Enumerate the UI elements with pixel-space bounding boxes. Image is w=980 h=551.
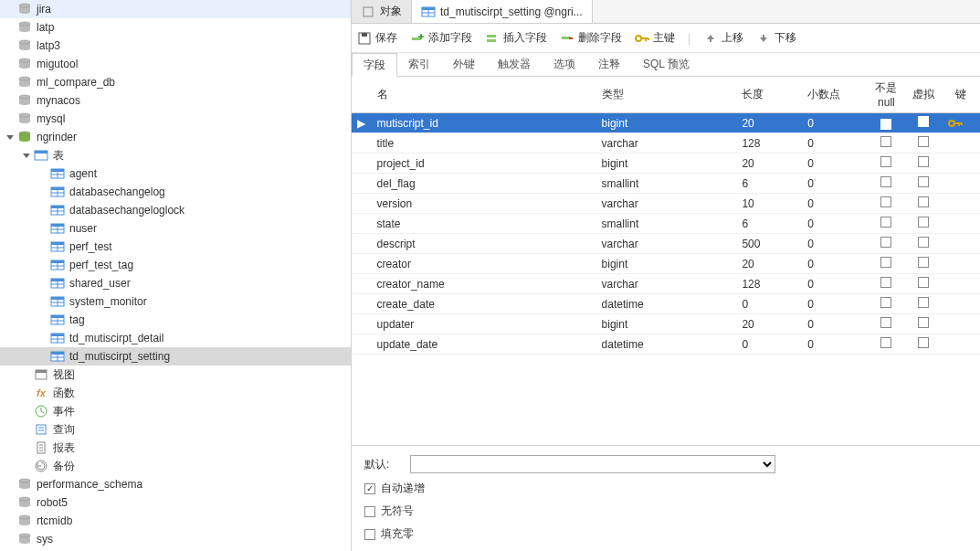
field-row[interactable]: create_date datetime 0 0 [352,294,980,314]
tree-node-table[interactable]: perf_test [0,238,351,256]
tree-node-db[interactable]: sys [0,530,351,548]
subtab-5[interactable]: 注释 [587,53,632,76]
cell-length[interactable]: 6 [736,174,802,194]
cell-type[interactable]: varchar [596,234,737,254]
unsigned-row[interactable]: 无符号 [364,503,967,519]
cell-type[interactable]: bigint [596,113,737,133]
virtual-checkbox[interactable] [918,257,929,268]
cell-name[interactable]: state [372,214,596,234]
database-tree[interactable]: jira latp latp3 migutool ml_compare_db m [0,0,352,551]
cell-length[interactable]: 0 [736,294,802,314]
cell-decimal[interactable]: 0 [802,113,868,133]
key-cell[interactable] [943,314,980,334]
editor-tab[interactable]: td_mutiscirpt_setting @ngri... [412,0,593,23]
cell-name[interactable]: mutiscript_id [372,113,596,133]
auto-increment-row[interactable]: 自动递增 [364,481,967,496]
unsigned-checkbox[interactable] [364,506,375,517]
notnull-checkbox[interactable] [880,176,891,187]
tree-node-table[interactable]: tag [0,311,351,329]
col-notnull[interactable]: 不是 null [868,77,905,113]
tree-node-table[interactable]: td_mutiscirpt_setting [0,347,351,366]
primary-key-button[interactable]: 主键 [635,30,675,46]
subtab-1[interactable]: 索引 [397,53,442,76]
tree-node-table[interactable]: databasechangeloglock [0,201,351,219]
virtual-checkbox[interactable] [918,317,929,328]
cell-decimal[interactable]: 0 [802,154,868,174]
virtual-checkbox[interactable] [918,297,929,308]
cell-decimal[interactable]: 0 [802,314,868,334]
tree-node-db[interactable]: mynacos [0,91,351,110]
cell-type[interactable]: bigint [596,154,737,174]
tree-node-folder-tables[interactable]: 表 [0,146,351,164]
cell-name[interactable]: create_date [372,294,596,314]
cell-decimal[interactable]: 0 [802,294,868,314]
cell-length[interactable]: 20 [736,154,802,174]
tree-toggle-icon[interactable] [20,150,31,161]
cell-length[interactable]: 0 [736,334,802,355]
cell-length[interactable]: 6 [736,214,802,234]
auto-increment-checkbox[interactable] [364,483,375,494]
key-cell[interactable] [943,194,980,214]
virtual-checkbox[interactable] [918,156,929,167]
key-cell[interactable] [943,254,980,274]
cell-name[interactable]: update_date [372,334,596,355]
cell-decimal[interactable]: 0 [802,174,868,194]
cell-decimal[interactable]: 0 [802,274,868,294]
field-row[interactable]: creator bigint 20 0 [352,254,980,274]
cell-name[interactable]: title [372,133,596,154]
notnull-checkbox[interactable] [880,297,891,308]
cell-length[interactable]: 128 [736,133,802,154]
virtual-checkbox[interactable] [918,136,929,147]
cell-name[interactable]: creator [372,254,596,274]
cell-type[interactable]: varchar [596,274,737,294]
cell-type[interactable]: varchar [596,194,737,214]
tree-node-db[interactable]: performance_schema [0,475,351,493]
subtab-6[interactable]: SQL 预览 [632,53,701,76]
move-up-button[interactable]: 上移 [703,30,743,46]
notnull-checkbox[interactable] [880,337,891,348]
subtab-0[interactable]: 字段 [352,53,397,77]
tree-toggle-icon[interactable] [4,132,15,143]
virtual-checkbox[interactable] [918,337,929,348]
cell-type[interactable]: smallint [596,174,737,194]
field-row[interactable]: update_date datetime 0 0 [352,334,980,355]
key-cell[interactable] [943,334,980,355]
notnull-checkbox[interactable] [880,136,891,147]
notnull-checkbox[interactable] [880,257,891,268]
add-field-button[interactable]: 添加字段 [410,30,472,46]
cell-decimal[interactable]: 0 [802,194,868,214]
cell-type[interactable]: smallint [596,214,737,234]
field-row[interactable]: ▶ mutiscript_id bigint 20 0 [352,113,980,133]
zerofill-checkbox[interactable] [364,529,375,540]
tree-node-db[interactable]: rtcmidb [0,512,351,530]
cell-type[interactable]: datetime [596,294,737,314]
tree-node-folder-backup[interactable]: 备份 [0,457,351,475]
tree-node-db[interactable]: ml_compare_db [0,73,351,91]
notnull-checkbox[interactable] [880,237,891,248]
cell-name[interactable]: creator_name [372,274,596,294]
key-cell[interactable] [943,113,980,133]
cell-name[interactable]: updater [372,314,596,334]
subtab-2[interactable]: 外键 [442,53,487,76]
cell-decimal[interactable]: 0 [802,254,868,274]
tree-node-db[interactable]: migutool [0,55,351,73]
key-cell[interactable] [943,234,980,254]
col-decimal[interactable]: 小数点 [802,77,868,113]
tree-node-folder-reports[interactable]: 报表 [0,439,351,457]
cell-type[interactable]: datetime [596,334,737,355]
cell-decimal[interactable]: 0 [802,133,868,154]
cell-decimal[interactable]: 0 [802,334,868,355]
tree-node-db[interactable]: robot5 [0,493,351,512]
tree-node-table[interactable]: databasechangelog [0,183,351,201]
tree-node-table[interactable]: system_monitor [0,292,351,311]
tree-node-folder-events[interactable]: 事件 [0,402,351,420]
virtual-checkbox[interactable] [918,196,929,207]
tree-node-folder-functions[interactable]: fx 函数 [0,384,351,402]
key-cell[interactable] [943,133,980,154]
col-length[interactable]: 长度 [736,77,802,113]
delete-field-button[interactable]: 删除字段 [560,30,622,46]
key-cell[interactable] [943,214,980,234]
key-cell[interactable] [943,294,980,314]
virtual-checkbox[interactable] [918,217,929,228]
subtab-3[interactable]: 触发器 [487,53,543,76]
